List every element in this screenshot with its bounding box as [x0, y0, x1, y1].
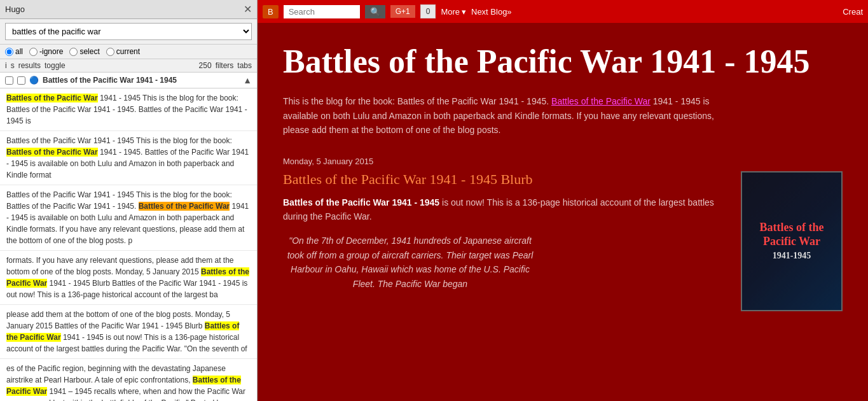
chevron-down-icon: ▾ [462, 7, 466, 17]
post-date: Monday, 5 January 2015 [283, 157, 843, 166]
post-area: Battles of the Pacific War 1941 - 1945 B… [283, 171, 843, 311]
toolbar-results[interactable]: results [18, 61, 41, 70]
app-title: Hugo [5, 4, 25, 14]
result-item[interactable]: es of the Pacific region, beginning with… [0, 359, 257, 401]
select-checkbox[interactable] [17, 76, 25, 85]
topbar-search-input[interactable] [284, 5, 360, 18]
toolbar-s[interactable]: s [11, 61, 15, 70]
result-item[interactable]: Battles of the Pacific War 1941 - 1945 T… [0, 131, 257, 185]
search-bar: battles of the pacific war [0, 19, 257, 45]
highlight-text: Battles of the Pacific War [6, 321, 239, 342]
results-header: 🔵 Battles of the Pacific War 1941 - 1945… [0, 73, 257, 88]
result-item[interactable]: please add them at the bottom of one of … [0, 305, 257, 359]
post-quote: "On the 7th of December, 1941 hundreds o… [283, 234, 537, 291]
post-body: Battles of the Pacific War 1941 - 1945 i… [283, 195, 728, 291]
search-input[interactable]: battles of the pacific war [5, 23, 252, 40]
toolbar-filters[interactable]: filters [216, 61, 234, 70]
book-title-line2: 1941-1945 [748, 251, 835, 261]
desc-link[interactable]: Battles of the Pacific War [551, 96, 651, 106]
close-button[interactable]: ✕ [244, 4, 252, 15]
select-all-checkbox[interactable] [5, 76, 13, 85]
result-icon: 🔵 [29, 76, 39, 85]
highlight-text: Battles of the Pacific War [6, 148, 98, 157]
gplus-button[interactable]: G+1 [390, 5, 415, 18]
results-list[interactable]: Battles of the Pacific War 1941 - 1945 T… [0, 88, 257, 401]
highlight-text: Battles of the Pacific War [6, 267, 249, 288]
result-header-title: Battles of the Pacific War 1941 - 1945 [43, 76, 177, 85]
post-title: Battles of the Pacific War 1941 - 1945 B… [283, 171, 728, 188]
blog-panel: B 🔍 G+1 0 More ▾ Next Blog» Creat Battle… [258, 0, 868, 401]
book-title-text: Battles of the Pacific War 1941-1945 [742, 215, 841, 267]
blog-description: This is the blog for the book: Battles o… [283, 94, 728, 137]
book-title-line1: Battles of the Pacific War [748, 221, 835, 248]
toolbar: i s results toggle 250 filters tabs [0, 59, 257, 73]
next-blog-button[interactable]: Next Blog» [471, 7, 512, 17]
desc-prefix: This is the blog for the book: Battles o… [283, 96, 549, 106]
radio-all[interactable]: all [5, 47, 23, 56]
blog-topbar: B 🔍 G+1 0 More ▾ Next Blog» Creat [258, 0, 868, 23]
create-button[interactable]: Creat [843, 7, 863, 17]
blogger-button[interactable]: B [263, 5, 279, 18]
more-button[interactable]: More ▾ [441, 7, 466, 17]
highlight-text-orange: Battles of the Pacific War [139, 202, 230, 211]
hugo-panel: Hugo ✕ battles of the pacific war all -i… [0, 0, 258, 401]
blog-main-title: Battles of the Pacific War 1941 - 1945 [283, 42, 843, 81]
radio-ignore[interactable]: -ignore [29, 47, 63, 56]
radio-select[interactable]: select [69, 47, 99, 56]
post-text: Battles of the Pacific War 1941 - 1945 B… [283, 171, 728, 311]
highlight-text: Battles of the Pacific War [6, 376, 241, 396]
result-item[interactable]: Battles of the Pacific War 1941 - 1945 T… [0, 185, 257, 251]
scroll-up-button[interactable]: ▲ [243, 75, 252, 85]
radio-current[interactable]: current [106, 47, 140, 56]
results-count: 250 [199, 61, 212, 70]
post-body-strong: Battles of the Pacific War 1941 - 1945 [283, 197, 439, 208]
gplus-count: 0 [420, 4, 436, 18]
result-item[interactable]: Battles of the Pacific War 1941 - 1945 T… [0, 88, 257, 131]
title-bar: Hugo ✕ [0, 0, 257, 19]
highlight-text: Battles of the Pacific War [6, 94, 98, 102]
toolbar-toggle[interactable]: toggle [45, 61, 65, 70]
radio-bar: all -ignore select current [0, 45, 257, 59]
book-cover: Battles of the Pacific War 1941-1945 [741, 171, 843, 311]
blog-content: Battles of the Pacific War 1941 - 1945 T… [258, 23, 868, 401]
result-item[interactable]: formats. If you have any relevant questi… [0, 251, 257, 305]
topbar-search-button[interactable]: 🔍 [365, 5, 385, 18]
toolbar-i[interactable]: i [5, 61, 7, 70]
toolbar-tabs[interactable]: tabs [237, 61, 252, 70]
